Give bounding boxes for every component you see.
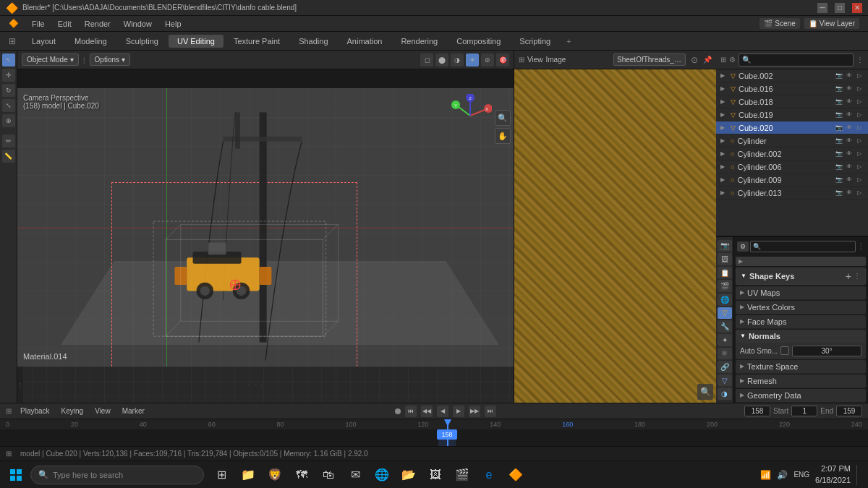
navigation-gizmo[interactable]: X Y Z <box>448 94 492 137</box>
play-back-btn[interactable]: ◀ <box>437 406 448 417</box>
scale-tool[interactable]: ⤡ <box>2 99 15 112</box>
jump-end-btn[interactable]: ⏭ <box>485 406 496 417</box>
material-icon[interactable]: ◑ <box>451 53 464 67</box>
render-menu[interactable]: Render <box>79 18 116 30</box>
select-icon[interactable]: ▷ <box>855 150 864 157</box>
camera-vis-icon[interactable]: 📷 <box>835 150 843 157</box>
keying-menu[interactable]: Keying <box>59 406 87 416</box>
viewport-options-btn[interactable]: Options ▾ <box>90 53 130 66</box>
sk-expand-btn[interactable]: ⋮ <box>854 272 861 280</box>
current-frame-display[interactable]: 158 <box>744 406 770 416</box>
outliner-item-cube019[interactable]: ▶ ▽ Cube.019 📷 👁 ▷ <box>716 108 868 121</box>
transform-tool[interactable]: ⊕ <box>2 114 15 127</box>
camera-vis-icon[interactable]: 📷 <box>835 163 843 170</box>
playback-menu[interactable]: Playback <box>17 406 53 416</box>
outliner-sort-icon[interactable]: ⋮ <box>856 56 864 64</box>
normals-header[interactable]: ▼ Normals <box>736 330 866 343</box>
select-icon[interactable]: ▷ <box>855 189 864 196</box>
props-search[interactable] <box>750 241 856 252</box>
eye-vis-icon[interactable]: 👁 <box>845 189 854 196</box>
mode-selector[interactable]: Object Mode ▾ <box>22 53 79 66</box>
wireframe-icon[interactable]: ◻ <box>420 53 433 67</box>
tab-animation[interactable]: Animation <box>339 35 391 48</box>
marker-menu[interactable]: Marker <box>119 406 148 416</box>
tray-network-icon[interactable]: 📶 <box>760 470 771 480</box>
tab-scripting[interactable]: Scripting <box>511 35 559 48</box>
select-icon[interactable]: ▷ <box>855 72 864 79</box>
prop-output-icon[interactable]: 🖼 <box>718 253 732 265</box>
select-icon[interactable]: ▷ <box>855 124 864 131</box>
select-icon[interactable]: ▷ <box>855 85 864 92</box>
end-frame-display[interactable]: 159 <box>836 406 862 416</box>
prop-world-icon[interactable]: 🌐 <box>718 294 732 306</box>
prev-keyframe-btn[interactable]: ◀◀ <box>421 406 433 417</box>
outliner-item-cube016[interactable]: ▶ ▽ Cube.016 📷 👁 ▷ <box>716 82 868 95</box>
camera-vis-icon[interactable]: 📷 <box>835 137 843 144</box>
props-expand-icon[interactable]: ⋮ <box>857 242 864 250</box>
move-tool[interactable]: ✛ <box>2 69 15 82</box>
prop-modifier-icon[interactable]: 🔧 <box>718 320 732 333</box>
geometry-data-section[interactable]: ▶ Geometry Data <box>736 389 866 403</box>
viewport-canvas[interactable]: Camera Perspective (158) model | Cube.02… <box>17 88 514 367</box>
prop-physics-icon[interactable]: ⚛ <box>718 348 732 360</box>
eye-vis-icon[interactable]: 👁 <box>845 176 854 183</box>
uv-image-selector[interactable]: SheetOfThreads_low... <box>613 53 686 66</box>
props-filter-icon[interactable]: ⚙ <box>740 243 746 250</box>
tray-volume-icon[interactable]: 🔊 <box>777 470 788 480</box>
eye-vis-icon[interactable]: 👁 <box>845 124 854 131</box>
photoshop-btn[interactable]: 🖼 <box>422 461 448 489</box>
mail-btn[interactable]: ✉ <box>342 461 368 489</box>
eye-vis-icon[interactable]: 👁 <box>845 150 854 157</box>
uv-zoom-icon[interactable]: 🔍 <box>697 384 713 400</box>
camera-vis-icon[interactable]: 📷 <box>835 189 843 196</box>
tab-compositing[interactable]: Compositing <box>448 35 509 48</box>
record-dot[interactable] <box>395 408 401 414</box>
eye-vis-icon[interactable]: 👁 <box>845 137 854 144</box>
close-button[interactable]: ✕ <box>852 3 862 13</box>
timeline-track[interactable]: 0 20 40 60 80 100 120 140 160 180 200 22… <box>0 419 868 446</box>
next-keyframe-btn[interactable]: ▶▶ <box>469 406 480 417</box>
measure-tool[interactable]: 📏 <box>2 150 15 163</box>
prop-object-icon[interactable]: ▽ <box>718 307 732 320</box>
solid-icon[interactable]: ⬤ <box>435 53 448 67</box>
zoom-icon[interactable]: 🔍 <box>495 110 511 126</box>
node-editor-canvas[interactable]: · · · ⋮ <box>17 367 514 403</box>
uv-view-btn[interactable]: View <box>527 56 543 64</box>
select-icon[interactable]: ▷ <box>855 111 864 118</box>
tab-modeling[interactable]: Modeling <box>66 35 116 48</box>
blender-taskbar-btn[interactable]: 🔶 <box>503 461 529 489</box>
edit-menu[interactable]: Edit <box>52 18 77 30</box>
uv-maps-section[interactable]: ▶ UV Maps <box>736 286 866 300</box>
prop-constraints-icon[interactable]: 🔗 <box>718 361 732 373</box>
rotate-tool[interactable]: ↻ <box>2 84 15 97</box>
outliner-search[interactable] <box>739 53 854 67</box>
eye-vis-icon[interactable]: 👁 <box>845 111 854 118</box>
windows-start-button[interactable] <box>3 463 29 487</box>
annotate-tool[interactable]: ✏ <box>2 134 15 147</box>
select-icon[interactable]: ▷ <box>855 137 864 144</box>
eye-vis-icon[interactable]: 👁 <box>845 98 854 105</box>
uv-canvas[interactable]: 🔍 <box>514 69 716 403</box>
eye-vis-icon[interactable]: 👁 <box>845 85 854 92</box>
tab-texture-paint[interactable]: Texture Paint <box>225 35 289 48</box>
view-menu[interactable]: View <box>92 406 114 416</box>
outliner-item-cube020[interactable]: ▶ ▽ Cube.020 📷 👁 ▷ <box>716 121 868 134</box>
hand-icon[interactable]: ✋ <box>495 128 511 144</box>
vlc-btn[interactable]: 🎬 <box>449 461 475 489</box>
select-icon[interactable]: ▷ <box>855 98 864 105</box>
tab-rendering[interactable]: Rendering <box>392 35 446 48</box>
maps-btn[interactable]: 🗺 <box>289 461 315 489</box>
prop-data-icon[interactable]: ▽ <box>718 374 732 387</box>
add-workspace-button[interactable]: + <box>561 35 576 48</box>
uv-pin-icon[interactable]: 📌 <box>703 56 712 64</box>
camera-vis-icon[interactable]: 📷 <box>835 111 843 118</box>
angle-value[interactable]: 30° <box>792 346 861 356</box>
auto-smooth-checkbox[interactable] <box>780 346 789 355</box>
uv-image-options[interactable]: ⊙ <box>691 55 698 65</box>
file-explorer-btn[interactable]: 📁 <box>235 461 261 489</box>
camera-vis-icon[interactable]: 📷 <box>835 72 843 79</box>
eye-vis-icon[interactable]: 👁 <box>845 72 854 79</box>
start-frame-display[interactable]: 1 <box>791 406 817 416</box>
show-desktop-btn[interactable] <box>856 465 859 485</box>
edge-btn[interactable]: e <box>476 461 502 489</box>
